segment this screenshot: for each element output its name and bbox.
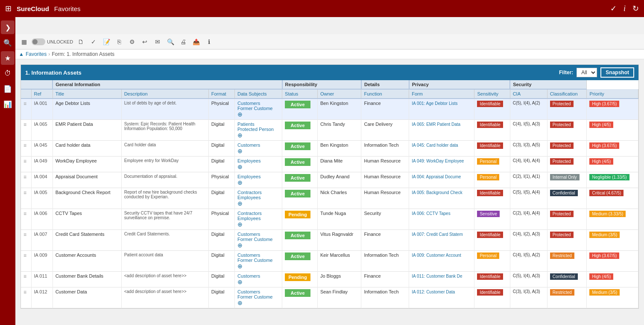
drag-handle-icon[interactable]: ≡ [23,101,26,107]
up-arrow-icon[interactable]: ▲ [19,51,24,57]
function-cell[interactable]: Information Tech [361,141,409,157]
data-subjects-cell[interactable]: CustomersFormer Custome⊕ [234,99,282,120]
sidebar-item-chevron[interactable]: ❯ [1,20,15,34]
add-data-subject-icon[interactable]: ⊕ [237,111,279,118]
add-data-subject-icon[interactable]: ⊕ [237,221,279,228]
add-data-subject-icon[interactable]: ⊕ [237,163,279,170]
function-cell[interactable]: Information Tech [361,251,409,272]
search-button[interactable]: 🔍 [165,37,176,47]
table-row[interactable]: ≡IA 004Appraisal DocumentDocumentation o… [21,172,638,188]
drag-handle-icon[interactable]: ≡ [23,289,26,295]
function-cell[interactable]: Care Delivery [361,120,409,141]
col-classification[interactable]: Classification [547,89,587,99]
table-row[interactable]: ≡IA 005Background Check ReportReport of … [21,188,638,209]
col-form[interactable]: Form [409,89,474,99]
drag-handle-icon[interactable]: ≡ [23,142,26,148]
form-cell[interactable]: IA 065: EMR Patient Data [409,120,474,141]
col-sensitivity[interactable]: Sensitivity [474,89,510,99]
sidebar-item-search[interactable]: 🔍 [1,36,15,49]
data-subjects-cell[interactable]: Customers⊕ [234,141,282,157]
copy-button[interactable]: ⎘ [114,37,124,47]
add-data-subject-icon[interactable]: ⊕ [237,242,279,249]
data-subjects-cell[interactable]: ContractorsEmployees⊕ [234,209,282,230]
sidebar-item-documents[interactable]: 📄 [1,82,15,96]
form-cell[interactable]: IA 011: Customer Bank De [409,272,474,287]
add-data-subject-icon[interactable]: ⊕ [237,200,279,207]
email-button[interactable]: ✉ [152,37,163,47]
drag-handle-icon[interactable]: ≡ [23,252,26,258]
table-row[interactable]: ≡IA 001Age Debtor ListsList of debts by … [21,99,638,120]
info-icon[interactable]: i [624,4,626,13]
data-subjects-cell[interactable]: CustomersFormer Custome⊕ [234,287,282,308]
info-button[interactable]: ℹ [204,37,214,47]
col-owner[interactable]: Owner [317,89,361,99]
data-subjects-cell[interactable]: PatientsProtected Person⊕ [234,120,282,141]
table-row[interactable]: ≡IA 045Card holder dataCard holder dataD… [21,141,638,157]
function-cell[interactable]: Finance [361,272,409,287]
table-row[interactable]: ≡IA 009Customer AccountsPatient account … [21,251,638,272]
col-format[interactable]: Format [208,89,234,99]
drag-handle-icon[interactable]: ≡ [23,190,26,196]
sidebar-item-favorites[interactable]: ★ [1,51,15,65]
function-cell[interactable]: Finance [361,99,409,120]
data-subjects-cell[interactable]: CustomersFormer Custome⊕ [234,251,282,272]
drag-handle-icon[interactable]: ≡ [23,232,26,238]
settings-button[interactable]: ⚙ [127,37,137,47]
function-cell[interactable]: Human Resource [361,188,409,209]
notes-button[interactable]: 📝 [101,37,111,47]
data-subjects-cell[interactable]: Employees⊕ [234,172,282,188]
table-row[interactable]: ≡IA 006CCTV TapesSecurity CCTV tapes tha… [21,209,638,230]
print-button[interactable]: 🖨 [178,37,188,47]
function-cell[interactable]: Finance [361,230,409,251]
function-cell[interactable]: Information Tech [361,287,409,308]
table-row[interactable]: ≡IA 012Customer Data<add description of … [21,287,638,308]
col-function[interactable]: Function [361,89,409,99]
function-cell[interactable]: Security [361,209,409,230]
sidebar-item-history[interactable]: ⏱ [1,67,15,80]
undo-button[interactable]: ↩ [140,37,150,47]
filter-dropdown[interactable]: All [577,68,597,77]
add-data-subject-icon[interactable]: ⊕ [237,132,279,139]
refresh-icon[interactable]: ↻ [632,4,639,13]
data-subjects-cell[interactable]: Employees⊕ [234,157,282,172]
data-subjects-cell[interactable]: CustomersFormer Custome⊕ [234,230,282,251]
grid-menu-icon[interactable]: ⊞ [5,4,12,13]
form-cell[interactable]: IA 001: Age Debtor Lists [409,99,474,120]
col-data-subjects[interactable]: Data Subjects [234,89,282,99]
form-cell[interactable]: IA 004: Appraisal Docume [409,172,474,188]
form-cell[interactable]: IA 006: CCTV Tapes [409,209,474,230]
form-cell[interactable]: IA 012: Customer Data [409,287,474,308]
save-button[interactable]: 🗋 [76,37,86,47]
sidebar-item-reports[interactable]: 📊 [1,97,15,111]
function-cell[interactable]: Human Resource [361,172,409,188]
drag-handle-icon[interactable]: ≡ [23,273,26,279]
form-cell[interactable]: IA 009: Customer Account [409,251,474,272]
table-row[interactable]: ≡IA 065EMR Patient DataSystem: Epic Reco… [21,120,638,141]
function-cell[interactable]: Human Resource [361,157,409,172]
table-row[interactable]: ≡IA 011Customer Bank Details<add descrip… [21,272,638,287]
breadcrumb-root[interactable]: Favorites [26,51,47,57]
col-cia[interactable]: CIA [510,89,547,99]
table-row[interactable]: ≡IA 007Credit Card StatementsCredit Card… [21,230,638,251]
col-title[interactable]: Title [53,89,121,99]
add-data-subject-icon[interactable]: ⊕ [237,263,279,270]
lock-toggle[interactable]: UNLOCKED [32,38,73,45]
add-data-subject-icon[interactable]: ⊕ [237,179,279,186]
data-subjects-cell[interactable]: Customers⊕ [234,272,282,287]
form-cell[interactable]: IA 049: WorkDay Employee [409,157,474,172]
data-subjects-cell[interactable]: ContractorsEmployees⊕ [234,188,282,209]
drag-handle-icon[interactable]: ≡ [23,158,26,164]
add-data-subject-icon[interactable]: ⊕ [237,148,279,154]
check-icon[interactable]: ✓ [610,4,617,13]
grid-view-button[interactable]: ▦ [19,37,29,47]
col-ref[interactable]: Ref [31,89,53,99]
export-button[interactable]: 📤 [191,37,201,47]
table-row[interactable]: ≡IA 049WorkDay EmployeeEmployee entry fo… [21,157,638,172]
col-description[interactable]: Description [121,89,208,99]
col-status[interactable]: Status [282,89,318,99]
form-cell[interactable]: IA 007: Credit Card Statem [409,230,474,251]
form-cell[interactable]: IA 045: Card holder data [409,141,474,157]
drag-handle-icon[interactable]: ≡ [23,211,26,217]
add-data-subject-icon[interactable]: ⊕ [237,279,279,285]
form-cell[interactable]: IA 005: Background Check [409,188,474,209]
